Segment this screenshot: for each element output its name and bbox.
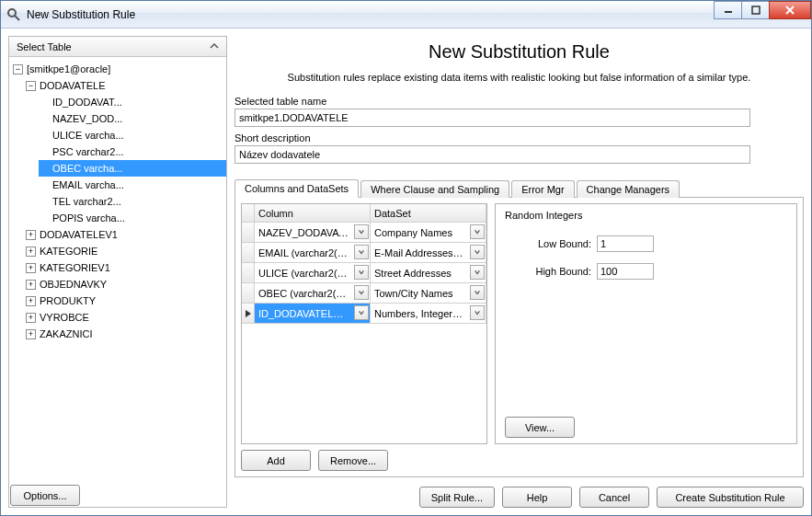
expand-icon[interactable]: +	[26, 280, 36, 290]
close-button[interactable]	[769, 1, 811, 19]
create-rule-button[interactable]: Create Substitution Rule	[657, 487, 804, 508]
tab[interactable]: Error Mgr	[511, 180, 574, 198]
low-bound-field[interactable]	[597, 235, 654, 252]
dataset-cell[interactable]: Company Names	[371, 223, 486, 242]
tree-column-label: OBEC varcha...	[52, 163, 122, 174]
row-handle[interactable]	[242, 223, 255, 242]
column-cell[interactable]: ID_DODAVATELE (...	[255, 304, 371, 323]
column-cell[interactable]: NAZEV_DODAVATE...	[255, 223, 371, 242]
chevron-down-icon[interactable]	[354, 265, 369, 280]
tree-table[interactable]: +OBJEDNAVKY	[26, 276, 226, 292]
tree-column[interactable]: OBEC varcha...	[39, 160, 226, 177]
column-cell[interactable]: EMAIL (varchar2(2...	[255, 243, 371, 262]
add-button[interactable]: Add	[241, 450, 311, 471]
high-bound-field[interactable]	[597, 263, 654, 280]
svg-rect-3	[752, 6, 760, 14]
selected-table-field[interactable]	[234, 109, 750, 127]
column-cell-text: ULICE (varchar2(1...	[258, 268, 366, 279]
tab-pane-columns: Column DataSet NAZEV_DODAVATE...Company …	[234, 198, 804, 477]
cancel-button[interactable]: Cancel	[579, 487, 649, 508]
table-row[interactable]: EMAIL (varchar2(2...E-Mail Addresses (R.…	[242, 243, 486, 263]
window-buttons	[714, 1, 811, 28]
tree-table[interactable]: +VYROBCE	[26, 309, 226, 326]
collapse-icon[interactable]: −	[26, 81, 36, 91]
dataset-cell-text: Street Addresses	[374, 268, 482, 279]
dataset-cell-text: Numbers, Integer (...	[374, 308, 482, 319]
col-header-dataset[interactable]: DataSet	[371, 204, 486, 222]
dataset-cell[interactable]: E-Mail Addresses (R...	[371, 243, 486, 262]
expand-icon[interactable]: +	[26, 313, 36, 323]
tree-table[interactable]: +KATEGORIEV1	[26, 259, 226, 276]
chevron-down-icon[interactable]	[354, 224, 369, 239]
table-row[interactable]: OBEC (varchar2(16...Town/City Names	[242, 283, 486, 304]
dataset-cell-text: Company Names	[374, 227, 482, 238]
dataset-cell[interactable]: Town/City Names	[371, 283, 486, 303]
window-title: New Substitution Rule	[27, 8, 708, 21]
help-button[interactable]: Help	[502, 487, 572, 508]
row-handle[interactable]	[242, 283, 255, 303]
options-button[interactable]: Options...	[10, 485, 80, 506]
tab-strip: Columns and DataSetsWhere Clause and Sam…	[234, 178, 804, 198]
row-handle[interactable]	[242, 263, 255, 282]
tree-column[interactable]: ULICE varcha...	[39, 127, 226, 143]
dataset-cell[interactable]: Numbers, Integer (...	[371, 304, 486, 323]
app-window: New Substitution Rule Select Table	[0, 0, 812, 516]
tree-column[interactable]: PSC varchar2...	[39, 143, 226, 160]
remove-button[interactable]: Remove...	[318, 450, 388, 471]
tree-table-label: DODAVATELEV1	[40, 229, 118, 240]
chevron-down-icon[interactable]	[354, 245, 369, 259]
page-subtitle: Substitution rules replace existing data…	[234, 72, 804, 83]
tree-header-label: Select Table	[17, 41, 72, 52]
maximize-button[interactable]	[741, 1, 769, 19]
tree-column-label: NAZEV_DOD...	[52, 113, 122, 124]
tree-table-dodavatele[interactable]: − DODAVATELE	[26, 77, 226, 94]
minimize-button[interactable]	[714, 1, 741, 19]
tree-header[interactable]: Select Table	[9, 37, 226, 57]
split-rule-button[interactable]: Split Rule...	[419, 487, 495, 508]
tab[interactable]: Change Managers	[577, 180, 680, 198]
collapse-icon[interactable]: −	[13, 64, 23, 75]
tree-column[interactable]: POPIS varcha...	[39, 210, 226, 226]
expand-icon[interactable]: +	[26, 230, 36, 240]
chevron-down-icon[interactable]	[470, 224, 485, 239]
row-handle[interactable]	[242, 304, 255, 323]
expand-icon[interactable]: +	[26, 263, 36, 273]
dataset-cell[interactable]: Street Addresses	[371, 263, 486, 282]
tree-table[interactable]: +ZAKAZNICI	[26, 326, 226, 342]
chevron-down-icon[interactable]	[470, 245, 485, 259]
tree-table[interactable]: +KATEGORIE	[26, 243, 226, 259]
tab[interactable]: Where Clause and Sampling	[360, 180, 509, 198]
tree-table[interactable]: +DODAVATELEV1	[26, 226, 226, 243]
chevron-down-icon[interactable]	[354, 305, 369, 320]
chevron-down-icon[interactable]	[470, 305, 485, 320]
tree-column[interactable]: NAZEV_DOD...	[39, 110, 226, 127]
column-cell[interactable]: OBEC (varchar2(16...	[255, 283, 371, 303]
table-row[interactable]: NAZEV_DODAVATE...Company Names	[242, 223, 486, 243]
table-row[interactable]: ULICE (varchar2(1...Street Addresses	[242, 263, 486, 283]
short-desc-field[interactable]	[234, 145, 750, 164]
tree-column[interactable]: ID_DODAVAT...	[39, 94, 226, 110]
tree-column[interactable]: TEL varchar2...	[39, 193, 226, 210]
chevron-down-icon[interactable]	[354, 285, 369, 300]
table-row[interactable]: ID_DODAVATELE (...Numbers, Integer (...	[242, 304, 486, 324]
tree-column-label: POPIS varcha...	[52, 212, 125, 224]
expand-icon[interactable]: +	[26, 247, 36, 257]
columns-grid: Column DataSet NAZEV_DODAVATE...Company …	[241, 203, 487, 444]
tree-table[interactable]: +PRODUKTY	[26, 292, 226, 309]
main-panel: New Substitution Rule Substitution rules…	[234, 36, 804, 508]
expand-icon[interactable]: +	[26, 329, 36, 339]
chevron-down-icon[interactable]	[470, 265, 485, 280]
view-button[interactable]: View...	[505, 417, 575, 438]
tree-column[interactable]: EMAIL varcha...	[39, 177, 226, 193]
expand-icon[interactable]: +	[26, 296, 36, 306]
tab[interactable]: Columns and DataSets	[234, 179, 359, 198]
table-tree[interactable]: − [smitkpe1@oracle] − DODAVATELE ID_DODA…	[9, 57, 226, 507]
tree-column-label: PSC varchar2...	[52, 146, 124, 157]
row-handle[interactable]	[242, 243, 255, 262]
col-header-column[interactable]: Column	[255, 204, 371, 222]
tree-column-label: EMAIL varcha...	[52, 179, 124, 190]
tree-root[interactable]: − [smitkpe1@oracle]	[13, 61, 226, 77]
chevron-up-icon	[210, 41, 219, 52]
chevron-down-icon[interactable]	[470, 285, 485, 300]
column-cell[interactable]: ULICE (varchar2(1...	[255, 263, 371, 282]
